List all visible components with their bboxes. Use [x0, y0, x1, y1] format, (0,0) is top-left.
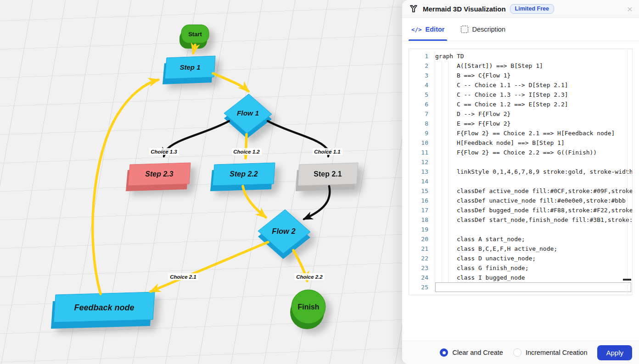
line-text: A([Start]) ==> B[Step 1] — [435, 61, 632, 71]
plan-badge: Limited Free — [510, 4, 554, 14]
code-line[interactable]: 14 — [409, 176, 632, 186]
svg-text:Feedback node: Feedback node — [74, 303, 134, 312]
node-feedback[interactable]: Feedback node — [51, 292, 155, 329]
line-number: 10 — [409, 138, 435, 148]
scrollbar-track[interactable] — [627, 49, 628, 295]
radio-unselected-icon[interactable] — [513, 348, 521, 357]
code-line[interactable]: 20 class A start_node; — [409, 234, 632, 244]
code-line[interactable]: 5 C -- Choice 1.3 --> I[Step 2.3] — [409, 90, 632, 99]
line-text: C -- Choice 1.3 --> I[Step 2.3] — [435, 90, 632, 99]
code-line[interactable]: 9 F{Flow 2} == Choice 2.1 ==> H[Feedback… — [409, 128, 632, 138]
line-number: 19 — [409, 225, 435, 234]
code-line[interactable]: 15 classDef active_node fill:#0CF,stroke… — [409, 186, 632, 196]
line-number: 2 — [409, 61, 435, 71]
line-number: 1 — [409, 51, 435, 61]
close-icon[interactable]: × — [627, 4, 633, 14]
line-text: linkStyle 0,1,4,6,7,8,9 stroke:gold, str… — [435, 167, 632, 176]
node-step21[interactable]: Step 2.1 — [296, 163, 358, 191]
line-number: 12 — [409, 157, 435, 167]
side-panel: Mermaid 3D Visualization Limited Free × … — [402, 0, 639, 364]
tab-bar: </> Editor Description — [402, 18, 639, 41]
line-number: 7 — [409, 109, 435, 119]
line-text — [435, 225, 632, 234]
line-number: 15 — [409, 186, 435, 196]
code-line[interactable]: 7 D --> F{Flow 2} — [409, 109, 632, 119]
line-number: 22 — [409, 254, 435, 263]
tab-description[interactable]: Description — [461, 18, 505, 41]
code-line[interactable]: 8 E ==> F{Flow 2} — [409, 119, 632, 128]
code-line[interactable]: 18 classDef start_node,finish_node fill:… — [409, 215, 632, 225]
code-line[interactable]: 2 A([Start]) ==> B[Step 1] — [409, 61, 632, 71]
line-number: 11 — [409, 148, 435, 157]
node-finish[interactable]: Finish — [290, 290, 325, 329]
code-line[interactable]: 3 B ==> C{Flow 1} — [409, 71, 632, 80]
code-line[interactable]: 21 class B,C,E,F,H active_node; — [409, 244, 632, 254]
line-text: H[Feedback node] ==> B[Step 1] — [435, 138, 632, 148]
code-lines: 1graph TD2 A([Start]) ==> B[Step 1]3 B =… — [409, 51, 632, 292]
code-line[interactable]: 13 linkStyle 0,1,4,6,7,8,9 stroke:gold, … — [409, 167, 632, 176]
line-number: 9 — [409, 128, 435, 138]
panel-title: Mermaid 3D Visualization — [423, 5, 506, 13]
line-number: 14 — [409, 176, 435, 186]
line-number: 8 — [409, 119, 435, 128]
app-window: Start Step 1 Flow 1 Step 2.3 Step 2. — [0, 0, 639, 364]
radio-selected-icon[interactable] — [440, 348, 448, 357]
code-line[interactable]: 24 class I bugged_node — [409, 273, 632, 282]
line-text: class A start_node; — [435, 234, 632, 244]
line-text: class I bugged_node — [435, 273, 632, 282]
line-number: 24 — [409, 273, 435, 282]
line-text — [435, 157, 632, 167]
svg-text:Step 2.1: Step 2.1 — [314, 170, 342, 178]
code-line[interactable]: 19 — [409, 225, 632, 234]
code-line[interactable]: 10 H[Feedback node] ==> B[Step 1] — [409, 138, 632, 148]
code-line[interactable]: 16 classDef unactive_node fill:#e0e0e0,s… — [409, 196, 632, 205]
svg-text:Choice 1.2: Choice 1.2 — [233, 149, 260, 154]
line-number: 6 — [409, 99, 435, 109]
line-text — [435, 176, 632, 186]
line-text: classDef start_node,finish_node fill:#3B… — [435, 215, 632, 225]
svg-text:Step 1: Step 1 — [179, 63, 200, 71]
current-line-highlight — [435, 282, 631, 292]
scrollbar-thumb[interactable] — [623, 279, 631, 281]
code-line[interactable]: 4 C -- Choice 1.1 --> D[Step 2.1] — [409, 80, 632, 90]
line-text: F{Flow 2} == Choice 2.1 ==> H[Feedback n… — [435, 128, 632, 138]
svg-text:Step 2.2: Step 2.2 — [230, 170, 258, 178]
selection-icon — [461, 26, 468, 33]
tab-editor[interactable]: </> Editor — [411, 18, 444, 41]
svg-text:Finish: Finish — [297, 303, 319, 311]
node-step1[interactable]: Step 1 — [163, 56, 215, 84]
line-number: 13 — [409, 167, 435, 176]
code-line[interactable]: 22 class D unactive_node; — [409, 254, 632, 263]
radio-incremental-creation[interactable]: Incremental Creation — [513, 348, 588, 357]
line-text: graph TD — [435, 51, 632, 61]
svg-text:Step 2.3: Step 2.3 — [145, 170, 173, 178]
line-text: classDef active_node fill:#0CF,stroke:#0… — [435, 186, 632, 196]
apply-button[interactable]: Apply — [597, 345, 632, 360]
code-line[interactable]: 6 C == Choice 1.2 ==> E[Step 2.2] — [409, 99, 632, 109]
code-line[interactable]: 17 classDef bugged_node fill:#F88,stroke… — [409, 205, 632, 215]
svg-text:Flow 1: Flow 1 — [237, 109, 259, 117]
mermaid-logo-icon — [409, 4, 419, 14]
line-number: 17 — [409, 205, 435, 215]
line-number: 4 — [409, 80, 435, 90]
svg-text:Choice 1.3: Choice 1.3 — [151, 149, 177, 154]
svg-text:Choice 1.1: Choice 1.1 — [314, 149, 341, 154]
code-line[interactable]: 1graph TD — [409, 51, 632, 61]
code-line[interactable]: 23 class G finish_node; — [409, 263, 632, 273]
code-line[interactable]: 12 — [409, 157, 632, 167]
radio-clear-and-create[interactable]: Clear and Create — [440, 348, 503, 357]
flowchart-svg: Start Step 1 Flow 1 Step 2.3 Step 2. — [0, 0, 402, 364]
line-text: C -- Choice 1.1 --> D[Step 2.1] — [435, 80, 632, 90]
line-number: 23 — [409, 263, 435, 273]
code-icon: </> — [411, 26, 422, 33]
line-text: F{Flow 2} == Choice 2.2 ==> G((Finish)) — [435, 148, 632, 157]
svg-text:Choice 2.1: Choice 2.1 — [170, 274, 196, 280]
line-text: E ==> F{Flow 2} — [435, 119, 632, 128]
line-text: classDef bugged_node fill:#F88,stroke:#F… — [435, 205, 632, 215]
line-number: 18 — [409, 215, 435, 225]
line-text: classDef unactive_node fill:#e0e0e0,stro… — [435, 196, 632, 205]
node-step23[interactable]: Step 2.3 — [126, 163, 191, 191]
node-flow1[interactable]: Flow 1 — [224, 94, 272, 138]
code-editor[interactable]: 1graph TD2 A([Start]) ==> B[Step 1]3 B =… — [409, 49, 633, 295]
code-line[interactable]: 11 F{Flow 2} == Choice 2.2 ==> G((Finish… — [409, 148, 632, 157]
